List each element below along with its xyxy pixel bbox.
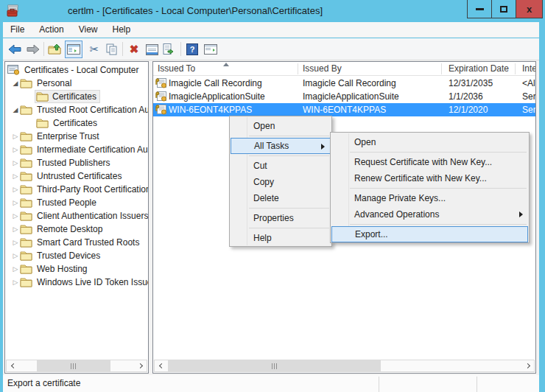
collapsed-icon[interactable]: ▷ <box>11 253 20 259</box>
cell-issued-to: Imagicle Call Recording <box>169 77 295 90</box>
tree-item-web-hosting[interactable]: ▷ Web Hosting <box>5 262 149 276</box>
scroll-right-button[interactable] <box>522 360 534 371</box>
scrollbar-track[interactable] <box>18 360 135 371</box>
cell-issued-by: ImagicleApplicationSuite <box>303 90 439 103</box>
status-text: Export a certificate <box>7 378 80 388</box>
tree-item-trusted-people[interactable]: ▷ Trusted People <box>5 196 149 209</box>
back-button[interactable] <box>6 41 24 58</box>
scrollbar-thumb[interactable] <box>37 360 110 371</box>
submenu-manage-private-keys[interactable]: Manage Private Keys... <box>331 190 528 206</box>
tree-item-label: Trusted People <box>35 197 99 209</box>
column-divider[interactable] <box>441 63 442 74</box>
submenu-advanced-operations[interactable]: Advanced Operations <box>331 206 528 223</box>
tree-horizontal-scrollbar[interactable] <box>6 360 147 372</box>
scroll-left-button[interactable] <box>7 360 18 371</box>
minimize-button[interactable] <box>467 0 492 18</box>
tree-item-personal-certificates[interactable]: Certificates <box>5 90 149 103</box>
menu-action[interactable]: Action <box>32 22 71 38</box>
submenu-open[interactable]: Open <box>331 134 528 150</box>
tree-item-label: Client Authentication Issuers <box>35 210 149 222</box>
tree-item-remote-desktop[interactable]: ▷ Remote Desktop <box>5 223 149 236</box>
tree-item-label: Certificates <box>50 91 99 102</box>
certificate-row[interactable]: Imagicle Call Recording Imagicle Call Re… <box>153 77 535 90</box>
collapsed-icon[interactable]: ▷ <box>11 213 20 220</box>
tree-item-trusted-root-certificates[interactable]: Certificates <box>5 116 149 130</box>
list-horizontal-scrollbar[interactable] <box>154 360 535 372</box>
toolbar: ✂ ✖ <box>3 38 539 60</box>
menu-separator <box>249 208 329 209</box>
context-cut[interactable]: Cut <box>231 158 331 174</box>
collapsed-icon[interactable]: ▷ <box>11 147 20 153</box>
column-divider[interactable] <box>515 63 516 74</box>
tree-item-intermediate[interactable]: ▷ Intermediate Certification Au <box>5 143 149 156</box>
menu-separator <box>350 152 527 153</box>
submenu-export[interactable]: Export... <box>331 226 528 242</box>
context-all-tasks[interactable]: All Tasks <box>231 138 331 154</box>
collapsed-icon[interactable]: ▷ <box>11 239 20 246</box>
collapsed-icon[interactable]: ▷ <box>11 133 20 140</box>
window-title: certlm - [Certificates - Local Computer\… <box>22 0 368 22</box>
tree-item-enterprise-trust[interactable]: ▷ Enterprise Trust <box>5 130 149 143</box>
tree-item-personal[interactable]: ◢ Personal <box>5 77 149 90</box>
context-open[interactable]: Open <box>231 118 331 134</box>
certificate-row[interactable]: ImagicleApplicationSuite ImagicleApplica… <box>153 90 535 103</box>
delete-button[interactable]: ✖ <box>125 41 143 58</box>
tree-item-smart-card[interactable]: ▷ Smart Card Trusted Roots <box>5 236 149 249</box>
collapsed-icon[interactable]: ▷ <box>11 160 20 167</box>
tree-item-label: Enterprise Trust <box>35 130 102 142</box>
scroll-right-button[interactable] <box>135 360 147 371</box>
toolbar-separator <box>180 42 181 56</box>
menu-view[interactable]: View <box>71 22 105 38</box>
collapsed-icon[interactable]: ▷ <box>11 279 20 286</box>
maximize-button[interactable] <box>491 0 516 18</box>
forward-button[interactable] <box>24 41 41 58</box>
tree-item-untrusted-certificates[interactable]: ▷ Untrusted Certificates <box>5 169 149 183</box>
show-action-pane-button[interactable] <box>202 41 219 58</box>
copy-icon <box>106 43 118 55</box>
context-copy[interactable]: Copy <box>231 174 331 190</box>
certificate-row-selected[interactable]: WIN-6EONT4KPPAS WIN-6EONT4KPPAS 12/1/202… <box>153 103 535 116</box>
properties-button[interactable] <box>143 41 161 58</box>
tree-item-trusted-devices[interactable]: ▷ Trusted Devices <box>5 249 149 262</box>
column-divider[interactable] <box>298 63 298 74</box>
up-one-level-button[interactable] <box>46 41 64 58</box>
context-delete[interactable]: Delete <box>231 190 331 206</box>
collapsed-icon[interactable]: ▷ <box>11 266 20 273</box>
collapsed-icon[interactable]: ▷ <box>11 200 20 206</box>
expanded-icon[interactable]: ◢ <box>11 80 20 87</box>
expanded-icon[interactable]: ◢ <box>11 107 20 113</box>
scrollbar-track[interactable] <box>166 360 522 371</box>
close-button[interactable]: x <box>516 0 543 18</box>
tree-item-certificates-local-computer[interactable]: Certificates - Local Computer <box>5 63 149 77</box>
submenu-request-certificate[interactable]: Request Certificate with New Key... <box>331 154 528 170</box>
submenu-renew-certificate[interactable]: Renew Certificate with New Key... <box>331 170 528 186</box>
copy-button[interactable] <box>103 41 121 58</box>
tree-item-trusted-publishers[interactable]: ▷ Trusted Publishers <box>5 156 149 169</box>
menu-help[interactable]: Help <box>105 22 138 38</box>
column-issued-by[interactable]: Issued By <box>303 62 342 76</box>
column-intended-purposes[interactable]: Inte <box>522 62 536 76</box>
tree-item-label: Remote Desktop <box>35 223 105 235</box>
scrollbar-thumb[interactable] <box>168 360 381 371</box>
toolbar-separator <box>43 42 44 56</box>
menu-file[interactable]: File <box>3 22 32 38</box>
tree-item-label: Trusted Publishers <box>35 157 113 169</box>
show-console-tree-button[interactable] <box>65 41 82 58</box>
help-button[interactable]: ? <box>183 41 201 58</box>
column-issued-to[interactable]: Issued To <box>158 62 195 76</box>
scroll-left-button[interactable] <box>155 360 166 371</box>
collapsed-icon[interactable]: ▷ <box>11 226 20 233</box>
tree-item-third-party[interactable]: ▷ Third-Party Root Certification <box>5 183 149 196</box>
export-list-button[interactable] <box>161 41 178 58</box>
column-expiration-date[interactable]: Expiration Date <box>449 62 509 76</box>
context-help[interactable]: Help <box>231 230 331 246</box>
collapsed-icon[interactable]: ▷ <box>11 186 20 193</box>
tree-item-trusted-root[interactable]: ◢ Trusted Root Certification Au <box>5 103 149 116</box>
collapsed-icon[interactable]: ▷ <box>11 173 20 180</box>
cut-button[interactable]: ✂ <box>85 41 103 58</box>
title-bar[interactable]: certlm - [Certificates - Local Computer\… <box>0 0 545 22</box>
tree-item-client-auth-issuers[interactable]: ▷ Client Authentication Issuers <box>5 209 149 223</box>
tree-item-label: Intermediate Certification Au <box>35 144 149 155</box>
context-properties[interactable]: Properties <box>231 210 331 226</box>
tree-item-windows-live-id[interactable]: ▷ Windows Live ID Token Issue <box>5 276 149 289</box>
